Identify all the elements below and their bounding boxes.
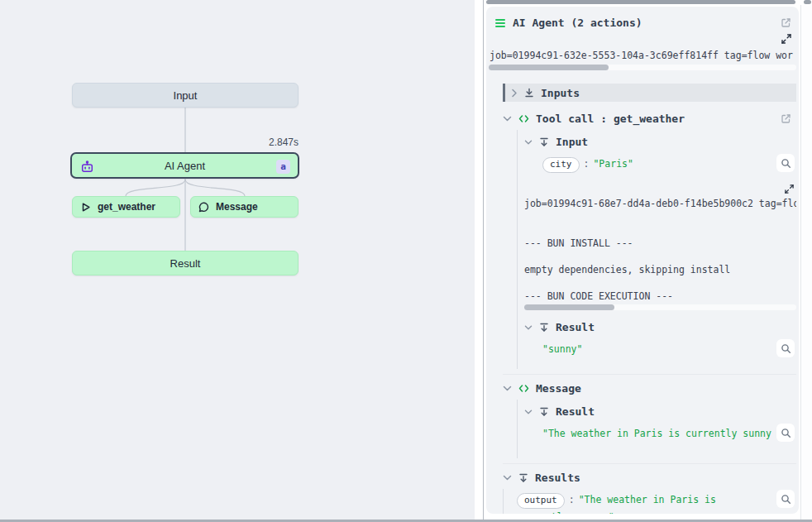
message-section: Message Result "The weather [503, 374, 796, 458]
bar-down-icon [539, 137, 549, 147]
search-icon [781, 428, 791, 438]
results-section: Results output:"The weather in Paris is … [503, 463, 796, 514]
message-value-row: "The weather in Paris is currently sunny… [542, 423, 796, 453]
node-label: Input [174, 89, 198, 102]
log-line [524, 210, 796, 223]
job-detail-card: AI Agent (2 actions) job=01994c91-632e-5… [486, 7, 799, 514]
tool-call-log: job=01994c91-68e7-dd4a-deb0-f14be5b900c2… [524, 197, 796, 303]
input-subsection-body: city:"Paris" [523, 153, 796, 180]
result-subsection-label: Result [556, 321, 595, 333]
flow-node-ai-agent[interactable]: AI Agent a [70, 152, 299, 179]
message-result-header[interactable]: Result [523, 400, 796, 423]
chevron-down-icon [503, 385, 512, 392]
flow-node-result[interactable]: Result [72, 251, 299, 275]
search-icon [781, 494, 791, 505]
external-link-icon [781, 113, 791, 124]
result-value-row: "sunny" [542, 338, 796, 364]
tool-log-scrollbar-thumb[interactable] [524, 304, 614, 310]
input-subsection-label: Input [556, 136, 588, 148]
panel-title: AI Agent (2 actions) [513, 17, 642, 29]
speech-bubble-icon [198, 202, 209, 213]
message-result-label: Result [556, 405, 595, 418]
ai-agent-lines-icon [494, 18, 506, 28]
log-line [524, 250, 796, 263]
tool-call-body: Input city:"Paris" [517, 130, 796, 369]
agent-badge: a [276, 160, 290, 174]
param-key-pill: city [542, 157, 580, 173]
log-line: empty dependencies, skipping install [524, 263, 796, 276]
chevron-down-icon [524, 139, 533, 146]
inspect-value-button[interactable] [776, 424, 795, 442]
output-key-pill: output [517, 493, 565, 509]
chevron-down-icon [503, 474, 512, 481]
results-header[interactable]: Results [503, 466, 796, 489]
vertical-scrollbar[interactable] [800, 5, 812, 522]
job-log-line: job=01994c91-632e-5553-104a-3c69eff814ff… [490, 50, 796, 61]
node-label: AI Agent [165, 160, 205, 172]
param-row: city:"Paris" [542, 153, 796, 180]
log-scrollbar[interactable] [489, 65, 796, 70]
external-link-icon [781, 17, 791, 28]
search-icon [781, 343, 791, 354]
node-label: Message [216, 201, 258, 213]
app-root: Input 2.847s AI Agent a get_weather [0, 0, 812, 522]
code-icon [518, 113, 529, 124]
log-line [524, 223, 796, 237]
bar-down-icon [539, 323, 549, 333]
status-panel: AI Agent (2 actions) job=01994c91-632e-5… [475, 0, 812, 522]
search-icon [781, 158, 791, 169]
log-line [524, 276, 796, 290]
results-label: Results [535, 472, 580, 484]
tool-log-scrollbar[interactable] [524, 304, 796, 310]
tool-call-title: Tool call : get_weather [536, 113, 685, 125]
log-line: --- BUN INSTALL --- [524, 237, 796, 250]
message-result-value: "The weather in Paris is currently sunny… [542, 425, 771, 442]
download-icon [524, 88, 534, 98]
node-label: Result [170, 257, 201, 270]
inputs-label: Inputs [541, 87, 580, 99]
message-body: Result "The weather in Paris is currentl… [517, 400, 796, 458]
colon: : [584, 158, 590, 170]
message-result-body: "The weather in Paris is currently sunny… [523, 423, 796, 453]
results-body: output:"The weather in Paris is currentl… [503, 489, 796, 514]
inspect-value-button[interactable] [776, 154, 795, 172]
code-icon [518, 383, 529, 394]
play-icon [80, 202, 91, 213]
flow-canvas[interactable]: Input 2.847s AI Agent a get_weather [0, 0, 475, 522]
chevron-down-icon [524, 409, 533, 415]
log-scrollbar-thumb[interactable] [489, 65, 609, 70]
inputs-section-header[interactable]: Inputs [503, 84, 796, 102]
expand-tool-logs-button[interactable] [785, 184, 794, 194]
message-title: Message [536, 382, 581, 395]
message-header[interactable]: Message [503, 376, 796, 400]
panel-header: AI Agent (2 actions) [489, 13, 796, 29]
open-tool-call-link-button[interactable] [781, 113, 791, 124]
panel-divider[interactable] [483, 0, 484, 522]
result-subsection-header[interactable]: Result [523, 315, 796, 338]
node-label: get_weather [98, 201, 155, 213]
tool-call-header[interactable]: Tool call : get_weather [503, 107, 796, 130]
input-subsection-header[interactable]: Input [523, 130, 796, 153]
inspect-value-button[interactable] [776, 490, 795, 508]
result-value: "sunny" [542, 343, 582, 355]
expand-logs-button[interactable] [781, 34, 791, 44]
flow-node-get-weather[interactable]: get_weather [72, 196, 180, 218]
expand-icon [785, 184, 794, 194]
tool-call-section: Tool call : get_weather [503, 105, 796, 369]
bar-down-icon [539, 407, 549, 417]
flow-node-message[interactable]: Message [190, 196, 299, 218]
log-line: --- BUN CODE EXECUTION --- [524, 290, 796, 303]
flow-node-input[interactable]: Input [72, 83, 299, 108]
colon: : [569, 494, 575, 505]
chevron-down-icon [524, 324, 533, 331]
inspect-value-button[interactable] [776, 339, 795, 357]
open-job-link-button[interactable] [781, 17, 791, 28]
param-value: "Paris" [593, 158, 633, 170]
bar-down-icon [518, 473, 528, 483]
scrollbar-corner[interactable] [804, 0, 811, 4]
expand-icon [781, 34, 791, 44]
duration-label: 2.847s [216, 136, 299, 148]
chevron-down-icon [503, 115, 512, 122]
horizontal-scrollbar-thumb[interactable] [486, 0, 795, 4]
robot-icon [80, 160, 94, 174]
